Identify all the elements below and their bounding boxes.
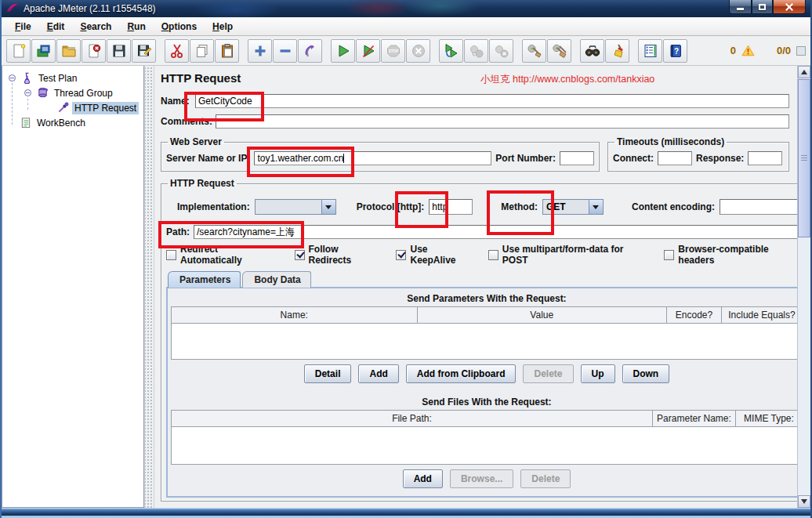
new-file-icon [11, 43, 27, 59]
menu-help[interactable]: Help [205, 19, 240, 34]
add-parameter-button[interactable]: Add [358, 364, 398, 383]
warning-icon [741, 45, 755, 56]
server-name-input[interactable]: toy1.weather.com.cn [254, 151, 491, 165]
minimize-button[interactable] [729, 0, 752, 14]
name-label: Name: [161, 96, 195, 107]
column-parameter-name: Parameter Name: [653, 411, 736, 426]
tree-expand-handle[interactable] [24, 89, 31, 96]
toolbar-collapse-all-button[interactable] [273, 39, 297, 63]
parameters-table-body[interactable] [171, 324, 797, 360]
column-mime-type: MIME Type: [736, 411, 797, 426]
http-request-icon [57, 102, 69, 114]
close-button[interactable] [773, 0, 806, 14]
watermark-annotation: 小坦克 http://www.cnblogs.com/tankxiao [480, 73, 654, 86]
toolbar-expand-all-button[interactable] [248, 39, 272, 63]
checkbox-redirect-automatically[interactable]: Redirect Automatically [166, 244, 282, 266]
response-timeout-input[interactable] [748, 151, 782, 165]
tab-body-data[interactable]: Body Data [242, 271, 310, 288]
send-parameters-title: Send Parameters With the Request: [171, 291, 797, 306]
tree-item-workbench[interactable]: WorkBench [2, 115, 143, 130]
scroll-up-button[interactable] [798, 66, 810, 78]
test-plan-icon [21, 72, 33, 84]
browse-button[interactable]: Browse... [450, 469, 513, 488]
server-name-label: Server Name or IP: [166, 153, 250, 164]
tree-item-thread-group[interactable]: Thread Group [2, 85, 143, 100]
files-table-body[interactable] [171, 427, 797, 465]
toolbar-new-file-button[interactable] [6, 39, 31, 63]
checkbox-multipart-form-data[interactable]: Use multipart/form-data for POST [488, 244, 652, 266]
tree-expand-handle[interactable] [9, 74, 16, 82]
toolbar-save-as-button[interactable] [132, 39, 156, 63]
delete-parameter-button[interactable]: Delete [523, 364, 573, 383]
templates-icon [36, 43, 52, 59]
name-input[interactable]: GetCityCode [195, 94, 789, 108]
toolbar-start-no-pauses-button[interactable] [356, 39, 380, 63]
toolbar-paste-button[interactable] [215, 39, 239, 63]
comments-input[interactable] [216, 114, 789, 129]
maximize-button[interactable] [752, 0, 773, 14]
port-number-input[interactable] [560, 151, 594, 165]
tab-parameters[interactable]: Parameters [168, 271, 241, 288]
split-divider[interactable] [144, 66, 154, 508]
menu-bar: File Edit Search Run Options Help [2, 17, 810, 36]
delete-file-button[interactable]: Delete [520, 469, 571, 488]
path-label: Path: [166, 226, 190, 237]
toolbar-clear-button[interactable] [522, 39, 546, 63]
main-scrollbar[interactable] [797, 66, 810, 508]
toolbar-toggle-button[interactable] [298, 39, 322, 63]
maximize-icon [759, 4, 766, 10]
checkbox-follow-redirects[interactable]: Follow Redirects [295, 244, 384, 266]
toolbar-start-button[interactable] [331, 39, 355, 63]
toggle-icon [303, 43, 318, 59]
implementation-combo[interactable] [255, 199, 336, 215]
detail-button[interactable]: Detail [304, 364, 352, 383]
title-bar: Apache JMeter (2.11 r1554548) [2, 0, 810, 17]
add-from-clipboard-button[interactable]: Add from Clipboard [406, 364, 517, 383]
checkbox-browser-compatible-headers[interactable]: Browser-compatible headers [664, 244, 797, 266]
triangle-up-icon [801, 70, 807, 74]
tree-item-test-plan[interactable]: Test Plan [2, 71, 143, 85]
up-button[interactable]: Up [581, 364, 615, 383]
toolbar-cut-button[interactable] [165, 39, 189, 63]
scroll-down-button[interactable] [798, 495, 810, 508]
column-name: Name: [172, 307, 418, 323]
toolbar-clear-all-button[interactable] [547, 39, 571, 63]
toolbar-shutdown-button[interactable] [406, 39, 430, 63]
toolbar-stop-button[interactable]: STOP [381, 39, 405, 63]
method-combo[interactable]: GET [542, 199, 604, 215]
tree-item-http-request[interactable]: HTTP Request [2, 100, 143, 115]
toolbar-search-reset-button[interactable] [605, 39, 629, 63]
copy-icon [194, 43, 210, 59]
menu-search[interactable]: Search [73, 19, 118, 34]
add-file-button[interactable]: Add [403, 469, 443, 488]
down-button[interactable]: Down [622, 364, 670, 383]
toolbar-help-button[interactable]: ? [663, 39, 687, 63]
toolbar-templates-button[interactable] [31, 39, 56, 63]
toolbar-close-file-button[interactable] [82, 39, 106, 63]
toolbar-function-helper-button[interactable] [638, 39, 662, 63]
toolbar-remote-stop-all-button[interactable] [464, 39, 488, 63]
menu-run[interactable]: Run [120, 19, 152, 34]
toolbar-save-button[interactable] [107, 39, 131, 63]
path-input[interactable]: /search?cityname=上海 [194, 225, 797, 239]
menu-edit[interactable]: Edit [40, 19, 72, 34]
toolbar-open-file-button[interactable] [56, 39, 81, 63]
menu-options[interactable]: Options [154, 19, 204, 34]
test-running-indicator [796, 46, 806, 56]
toolbar-remote-shutdown-all-button[interactable] [489, 39, 513, 63]
menu-file[interactable]: File [8, 19, 38, 34]
toolbar-search-button[interactable] [580, 39, 604, 63]
combo-arrow-button[interactable] [589, 200, 603, 214]
status-counts: 0 0/0 [730, 45, 806, 56]
toolbar-remote-start-all-button[interactable] [439, 39, 463, 63]
connect-timeout-input[interactable] [658, 151, 692, 165]
protocol-input[interactable]: http [429, 199, 473, 215]
comments-label: Comments: [161, 116, 216, 127]
content-encoding-input[interactable] [720, 199, 797, 215]
save-as-icon [136, 43, 152, 59]
scrollbar-thumb[interactable] [798, 79, 810, 237]
combo-arrow-button[interactable] [321, 200, 335, 214]
test-plan-tree: Test Plan Thread Group HTTP Request Work… [2, 66, 144, 508]
toolbar-copy-button[interactable] [190, 39, 214, 63]
checkbox-use-keepalive[interactable]: Use KeepAlive [396, 244, 475, 266]
